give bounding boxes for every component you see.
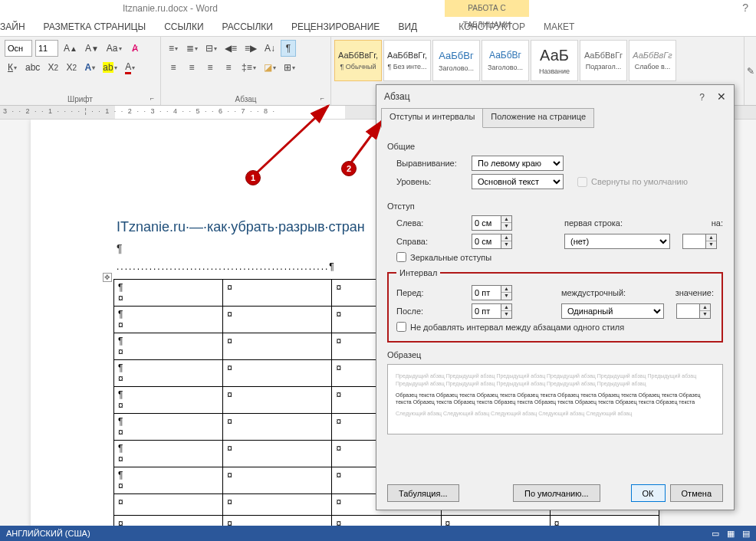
align-right-button[interactable]: ≡ [202,59,218,76]
table-cell[interactable]: ¶¤ [114,333,223,360]
indent-right-spinner[interactable]: ▲▼ [472,234,512,249]
table-tools-label: РАБОТА С ТАБЛИЦАМИ [445,0,529,17]
table-cell[interactable]: ¤ [223,280,332,307]
font-launcher-icon[interactable]: ⌐ [150,94,154,102]
outline-level-select[interactable]: Основной текст [472,174,564,189]
by-label: на: [712,218,723,228]
table-cell[interactable]: ¶¤ [114,280,223,307]
table-cell[interactable]: ¤ [114,494,223,516]
table-cell[interactable]: ¤ [223,414,332,441]
first-line-select[interactable]: (нет) [564,234,670,249]
style-item[interactable]: АаБбВвГг,¶ Обычный [334,40,382,81]
numbering-button[interactable]: ≣▾ [184,40,200,57]
paragraph-launcher-icon[interactable]: ⌐ [320,94,324,102]
status-language[interactable]: АНГЛИЙСКИЙ (США) [6,529,90,538]
change-case-button[interactable]: Aa▾ [104,40,124,57]
shrink-font-button[interactable]: A▼ [83,40,101,57]
table-anchor-icon[interactable]: ✥ [103,273,112,282]
table-cell[interactable]: ¤ [223,360,332,387]
table-cell[interactable]: ¤ [550,516,659,526]
table-cell[interactable]: ¤ [223,441,332,467]
tab-table-layout[interactable]: МАКЕТ [544,21,574,32]
document-heading[interactable]: ITznanie.ru·—·как·убрать·разрыв·стран [117,219,365,235]
align-center-button[interactable]: ≡ [184,59,199,76]
dialog-help-icon[interactable]: ? [699,92,705,103]
superscript-button[interactable]: X2 [64,59,79,76]
decrease-indent-button[interactable]: ◀≡ [222,40,239,57]
sort-button[interactable]: A↓ [262,40,278,57]
font-color-button[interactable]: A▾ [123,59,138,76]
editing-group-icon[interactable]: ✎ [744,37,756,105]
tab-view[interactable]: ВИД [398,21,417,32]
tab-mailings[interactable]: РАССЫЛКИ [222,21,273,32]
borders-button[interactable]: ⊞▾ [281,59,297,76]
space-after-spinner[interactable]: ▲▼ [472,303,512,319]
tab-references[interactable]: ССЫЛКИ [164,21,203,32]
line-spacing-value-spinner[interactable]: ▲▼ [676,303,711,319]
tab-design[interactable]: ЗАЙН [0,21,25,32]
table-cell[interactable]: ¶¤ [114,441,223,467]
table-cell[interactable]: ¶¤ [114,387,223,414]
line-spacing-select[interactable]: Одинарный [561,303,664,319]
table-cell[interactable]: ¤ [332,516,441,526]
table-cell[interactable]: ¤ [223,494,332,516]
space-before-spinner[interactable]: ▲▼ [472,285,512,300]
indent-left-spinner[interactable]: ▲▼ [472,215,512,231]
interval-group-label: Интервал [396,268,440,277]
show-marks-button[interactable]: ¶ [281,40,296,57]
mirror-indents-checkbox[interactable] [396,252,406,262]
style-item[interactable]: АаБНазвание [531,40,578,81]
table-cell[interactable]: ¤ [223,516,332,526]
no-space-same-style-checkbox[interactable] [396,322,406,332]
text-effects-button[interactable]: A▾ [82,59,97,76]
style-item[interactable]: АаБбВгЗаголово... [432,40,480,81]
cancel-button[interactable]: Отмена [670,484,723,502]
style-item[interactable]: АаБбВвГг,¶ Без инте... [383,40,431,81]
style-item[interactable]: АаБбВгЗаголово... [482,40,529,81]
clear-formatting-button[interactable]: A̷ [127,40,143,57]
space-before-label: Перед: [396,288,465,297]
table-cell[interactable]: ¤ [223,333,332,360]
default-button[interactable]: По умолчанию... [513,484,600,502]
font-name-input[interactable] [5,40,32,57]
print-layout-icon[interactable]: ▦ [727,529,735,539]
table-cell[interactable]: ¤ [114,516,223,526]
table-cell[interactable]: ¤ [441,516,550,526]
tab-review[interactable]: РЕЦЕНЗИРОВАНИЕ [291,21,380,32]
style-item[interactable]: АаБбВвГгСлабое в... [629,40,676,81]
table-cell[interactable]: ¤ [223,307,332,333]
table-cell[interactable]: ¤ [223,467,332,494]
justify-button[interactable]: ≡ [221,59,236,76]
general-group-label: Общие [387,142,723,151]
style-item[interactable]: АаБбВвГгПодзагол... [580,40,627,81]
read-mode-icon[interactable]: ▭ [712,529,719,539]
alignment-select[interactable]: По левому краю [472,156,564,171]
table-cell[interactable]: ¤ [223,387,332,414]
align-left-button[interactable]: ≡ [166,59,181,76]
dialog-close-icon[interactable]: ✕ [717,90,726,103]
table-cell[interactable]: ¶¤ [114,307,223,333]
highlight-button[interactable]: ab▾ [100,59,119,76]
table-cell[interactable]: ¶¤ [114,467,223,494]
shading-button[interactable]: ◪▾ [261,59,278,76]
bullets-button[interactable]: ≡▾ [166,40,181,57]
grow-font-button[interactable]: A▲ [61,40,80,57]
web-layout-icon[interactable]: ▤ [742,529,750,539]
increase-indent-button[interactable]: ≡▶ [242,40,259,57]
tabs-button[interactable]: Табуляция... [387,484,459,502]
line-spacing-button[interactable]: ‡≡▾ [239,59,258,76]
table-cell[interactable]: ¶¤ [114,360,223,387]
strikethrough-button[interactable]: К▾ [5,59,20,76]
tab-page-layout[interactable]: РАЗМЕТКА СТРАНИЦЫ [44,21,146,32]
multilevel-button[interactable]: ⊟▾ [203,40,219,57]
tab-indents-spacing[interactable]: Отступы и интервалы [381,108,483,128]
help-icon[interactable]: ? [742,2,748,14]
ok-button[interactable]: ОК [631,484,666,502]
first-line-by-spinner[interactable]: ▲▼ [682,234,717,249]
value-label: значение: [675,288,714,297]
font-size-input[interactable] [35,40,58,57]
table-cell[interactable]: ¶¤ [114,414,223,441]
tab-line-page-breaks[interactable]: Положение на странице [482,108,594,128]
strike-button[interactable]: abc [23,59,42,76]
subscript-button[interactable]: X2 [45,59,61,76]
